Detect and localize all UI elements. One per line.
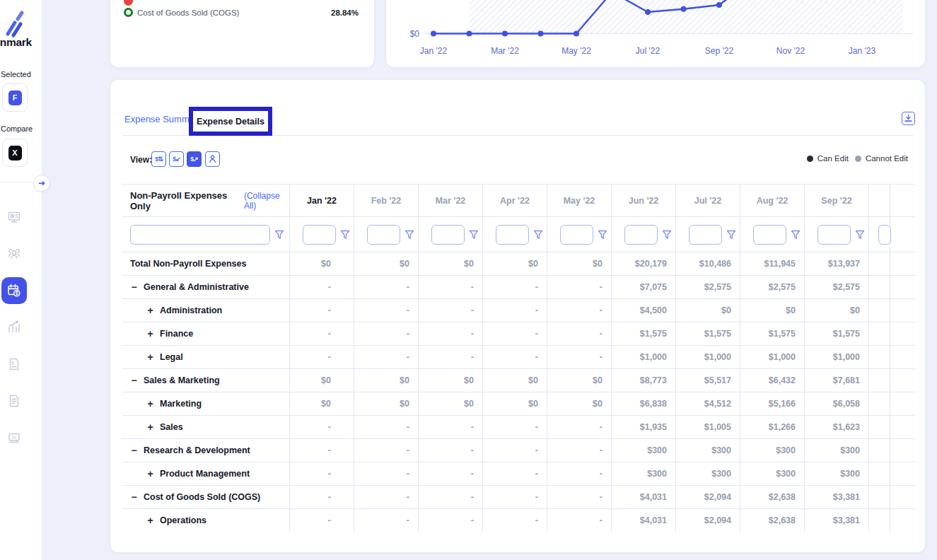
expense-value-cell[interactable]: $2,638 <box>740 486 805 508</box>
selected-scenario-card[interactable]: F <box>2 83 28 112</box>
collapse-toggle-icon[interactable]: − <box>129 281 139 293</box>
expense-value-cell[interactable]: - <box>483 509 547 532</box>
expense-value-cell[interactable]: $300 <box>612 439 676 462</box>
expense-value-cell[interactable]: $1,623 <box>805 416 869 438</box>
expense-value-cell[interactable]: $2,094 <box>676 486 740 508</box>
expense-value-cell[interactable]: - <box>547 509 612 532</box>
expand-toggle-icon[interactable]: + <box>146 398 155 409</box>
expense-value-cell[interactable]: $0 <box>547 369 612 392</box>
expense-value-cell[interactable]: $2,575 <box>676 276 740 298</box>
expand-toggle-icon[interactable]: + <box>146 421 155 433</box>
month-filter-input[interactable] <box>689 225 722 245</box>
view-dollar-updown-button[interactable]: $⇅ <box>151 151 166 167</box>
expense-value-cell[interactable]: - <box>354 416 419 438</box>
expense-value-cell[interactable]: $1,935 <box>612 416 676 438</box>
sidebar-collapse-button[interactable]: ➔ <box>33 175 50 192</box>
scenario-badge-f[interactable]: F <box>8 91 22 105</box>
expense-value-cell[interactable]: $1,575 <box>805 322 869 345</box>
expense-value-cell[interactable]: - <box>419 439 483 462</box>
expense-value-cell[interactable]: - <box>354 346 419 368</box>
expense-value-cell[interactable]: - <box>419 462 483 485</box>
expense-value-cell[interactable]: $1,575 <box>740 322 805 345</box>
filter-funnel-icon[interactable] <box>598 230 607 240</box>
row-filter-input[interactable] <box>130 225 270 245</box>
expense-value-cell[interactable]: $1,000 <box>740 346 805 368</box>
expense-value-cell[interactable]: - <box>354 276 419 298</box>
expense-value-cell[interactable]: $6,432 <box>740 369 805 392</box>
expense-value-cell[interactable]: $0 <box>419 392 483 415</box>
expense-value-cell[interactable]: $0 <box>290 252 354 275</box>
expense-value-cell[interactable]: $13,937 <box>805 252 869 275</box>
expense-value-cell[interactable]: $4,031 <box>612 509 676 532</box>
expense-value-cell[interactable]: - <box>354 509 419 532</box>
collapse-toggle-icon[interactable]: − <box>129 491 139 503</box>
expense-value-cell[interactable]: $2,575 <box>740 276 805 298</box>
expense-value-cell[interactable]: $300 <box>676 439 740 462</box>
expense-value-cell[interactable]: - <box>547 346 612 368</box>
expense-value-cell[interactable]: $0 <box>740 299 805 322</box>
expense-value-cell[interactable]: $0 <box>547 252 612 275</box>
expense-value-cell[interactable]: $0 <box>354 369 419 392</box>
expense-value-cell[interactable]: $3,381 <box>805 486 869 508</box>
expense-value-cell[interactable]: - <box>483 486 547 508</box>
expense-value-cell[interactable]: - <box>354 462 419 485</box>
expense-value-cell[interactable]: $4,500 <box>612 299 676 322</box>
expense-value-cell[interactable]: $0 <box>676 299 740 322</box>
filter-funnel-icon[interactable] <box>274 230 284 240</box>
expense-value-cell[interactable]: - <box>290 322 354 345</box>
expense-value-cell[interactable]: $300 <box>676 462 740 485</box>
expense-value-cell[interactable]: $0 <box>354 252 419 275</box>
expense-value-cell[interactable]: - <box>483 276 547 298</box>
expense-value-cell[interactable]: - <box>354 299 419 322</box>
scenario-badge-x[interactable]: X <box>8 146 22 161</box>
expense-value-cell[interactable]: $300 <box>740 439 805 462</box>
expense-value-cell[interactable]: $0 <box>483 392 547 415</box>
expense-value-cell[interactable]: - <box>290 439 354 462</box>
expense-value-cell[interactable]: $1,575 <box>612 322 676 345</box>
expense-value-cell[interactable]: $7,075 <box>612 276 676 298</box>
expense-value-cell[interactable]: - <box>419 322 483 345</box>
expense-value-cell[interactable]: $0 <box>290 369 354 392</box>
expense-value-cell[interactable]: $1,000 <box>676 346 740 368</box>
expense-value-cell[interactable]: - <box>419 509 483 532</box>
expense-value-cell[interactable]: $2,638 <box>740 509 805 532</box>
expense-value-cell[interactable]: - <box>419 486 483 508</box>
expense-value-cell[interactable]: - <box>354 439 419 462</box>
filter-funnel-icon[interactable] <box>662 230 672 240</box>
expense-value-cell[interactable]: $1,000 <box>612 346 676 368</box>
expense-value-cell[interactable]: $2,094 <box>676 509 740 532</box>
expense-value-cell[interactable]: - <box>419 416 483 438</box>
expense-value-cell[interactable]: $8,773 <box>612 369 676 392</box>
expense-value-cell[interactable]: - <box>290 346 354 368</box>
expense-value-cell[interactable]: - <box>547 439 612 462</box>
expense-value-cell[interactable]: - <box>354 486 419 508</box>
nav-team-icon[interactable] <box>7 247 21 261</box>
collapse-all-link[interactable]: (Collapse All) <box>244 191 289 211</box>
expense-value-cell[interactable]: $0 <box>805 299 869 322</box>
nav-planning-icon[interactable]: $ <box>1 277 27 304</box>
compare-scenario-card[interactable]: X <box>2 139 28 167</box>
filter-funnel-icon[interactable] <box>791 230 801 240</box>
filter-funnel-icon[interactable] <box>405 230 414 240</box>
expense-value-cell[interactable]: $7,681 <box>805 369 869 392</box>
view-dollar-out-button[interactable]: $↗ <box>187 151 202 167</box>
expense-value-cell[interactable]: $6,838 <box>612 392 676 415</box>
expense-value-cell[interactable]: $20,179 <box>612 252 676 275</box>
expense-value-cell[interactable]: $1,575 <box>676 322 740 345</box>
expand-toggle-icon[interactable]: + <box>146 351 155 363</box>
expense-value-cell[interactable]: - <box>483 346 547 368</box>
expense-value-cell[interactable]: - <box>547 299 612 322</box>
expense-value-cell[interactable]: - <box>483 416 547 438</box>
expense-value-cell[interactable]: - <box>419 299 483 322</box>
expense-value-cell[interactable]: - <box>290 276 354 298</box>
expense-value-cell[interactable]: $3,381 <box>805 509 869 532</box>
expense-value-cell[interactable]: $5,166 <box>740 392 805 415</box>
nav-formulas-icon[interactable]: fx <box>7 431 21 445</box>
month-filter-input[interactable] <box>496 225 529 245</box>
month-filter-input[interactable] <box>817 225 851 245</box>
expense-value-cell[interactable]: $0 <box>547 392 612 415</box>
nav-dashboard-icon[interactable] <box>7 210 21 224</box>
tab-expense-details[interactable]: Expense Details <box>197 117 264 127</box>
filter-funnel-icon[interactable] <box>340 230 350 240</box>
expense-value-cell[interactable]: - <box>290 486 354 508</box>
